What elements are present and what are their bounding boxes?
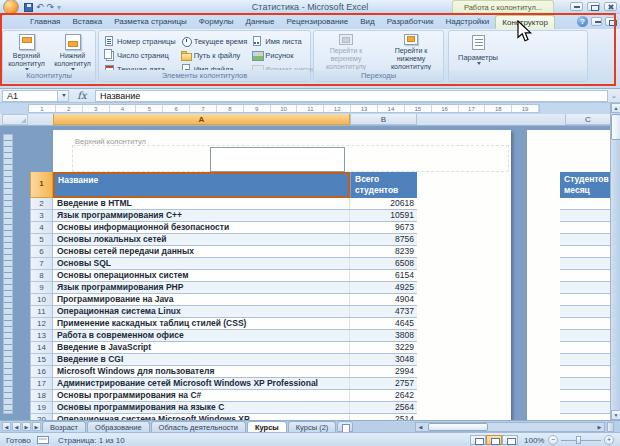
ribbon-tab[interactable]: Разработчик: [381, 15, 440, 29]
course-name-cell[interactable]: Введение в CGI: [53, 354, 350, 365]
zoom-level[interactable]: 100%: [524, 436, 544, 445]
row-header[interactable]: 4: [30, 222, 53, 234]
students-count-cell[interactable]: 4904: [350, 294, 417, 305]
workbook-minimize-button[interactable]: [591, 17, 602, 26]
formula-input[interactable]: Название: [95, 90, 608, 102]
ribbon-tab[interactable]: Рецензирование: [280, 15, 354, 29]
students-count-cell[interactable]: 6154: [350, 270, 417, 281]
workbook-restore-button[interactable]: [605, 17, 616, 26]
course-name-cell[interactable]: Администрирование сетей Microsoft Window…: [53, 378, 350, 389]
scroll-right-icon[interactable]: ▶: [595, 424, 604, 431]
vertical-scrollbar[interactable]: ▲ ▼: [610, 103, 620, 420]
course-name-cell[interactable]: Основы локальных сетей: [53, 234, 350, 245]
horizontal-scroll-thumb[interactable]: [428, 423, 488, 431]
course-name-cell[interactable]: Microsoft Windows для пользователя: [53, 366, 350, 377]
row-header[interactable]: 16: [30, 366, 53, 378]
help-icon[interactable]: ?: [577, 16, 588, 27]
expand-formula-bar-icon[interactable]: ⌄: [608, 92, 620, 100]
row-header[interactable]: 7: [30, 258, 53, 270]
students-count-cell[interactable]: 3229: [350, 342, 417, 353]
zoom-track[interactable]: [561, 440, 601, 441]
scroll-up-icon[interactable]: ▲: [611, 103, 620, 113]
course-name-cell[interactable]: Работа в современном офисе: [53, 330, 350, 341]
ribbon-tab[interactable]: Надстройки: [439, 15, 495, 29]
students-count-cell[interactable]: 8239: [350, 246, 417, 257]
row-header[interactable]: 8: [30, 270, 53, 282]
column-header-c[interactable]: C: [565, 114, 611, 125]
ribbon-tab[interactable]: Вставка: [66, 15, 108, 29]
scroll-left-icon[interactable]: ◀: [416, 424, 425, 431]
course-name-cell[interactable]: Программирование на Java: [53, 294, 350, 305]
row-header[interactable]: 14: [30, 342, 53, 354]
students-count-cell[interactable]: 3808: [350, 330, 417, 341]
last-sheet-icon[interactable]: ▶: [32, 422, 41, 431]
row-header[interactable]: 9: [30, 282, 53, 294]
students-count-cell[interactable]: 2757: [350, 378, 417, 389]
row-header[interactable]: 19: [30, 402, 53, 414]
macro-record-icon[interactable]: [37, 436, 49, 444]
restore-button[interactable]: [587, 2, 600, 11]
course-name-cell[interactable]: Основы сетей передачи данных: [53, 246, 350, 257]
course-name-cell[interactable]: Основы программирования на языке C: [53, 402, 350, 413]
page-break-view-button[interactable]: [502, 435, 518, 445]
course-name-cell[interactable]: Основы SQL: [53, 258, 350, 269]
horizontal-scrollbar[interactable]: ◀ ▶: [415, 422, 605, 432]
name-box-dropdown[interactable]: [58, 90, 69, 102]
row-header[interactable]: 10: [30, 294, 53, 306]
row-header[interactable]: 11: [30, 306, 53, 318]
select-all-button[interactable]: [2, 114, 28, 125]
ribbon-tab[interactable]: Данные: [240, 15, 281, 29]
row-header[interactable]: 12: [30, 318, 53, 330]
students-count-cell[interactable]: 2994: [350, 366, 417, 377]
goto-header-button[interactable]: Перейти к верхнему колонтитулу: [315, 33, 377, 71]
students-count-cell[interactable]: 4737: [350, 306, 417, 317]
ribbon-tab[interactable]: Конструктор: [495, 15, 555, 29]
sheet-tab[interactable]: Возраст: [42, 421, 86, 432]
ribbon-tab[interactable]: Формулы: [193, 15, 240, 29]
sheet-tab[interactable]: Курсы: [247, 421, 287, 432]
row-header[interactable]: 6: [30, 246, 53, 258]
page-layout-view-button[interactable]: [486, 435, 502, 445]
students-count-cell[interactable]: 8756: [350, 234, 417, 245]
prev-sheet-icon[interactable]: ◀: [12, 422, 21, 431]
first-sheet-icon[interactable]: ◀: [2, 422, 11, 431]
options-button[interactable]: Параметры: [455, 33, 501, 75]
footer-button[interactable]: Нижний колонтитул: [50, 33, 95, 71]
students-count-cell[interactable]: 10591: [350, 210, 417, 221]
ribbon-tab[interactable]: Разметка страницы: [108, 15, 193, 29]
element-button[interactable]: Число страниц: [104, 48, 181, 62]
course-name-cell[interactable]: Основы информационной безопасности: [53, 222, 350, 233]
close-button[interactable]: [604, 2, 617, 11]
row-header[interactable]: 15: [30, 354, 53, 366]
row-header[interactable]: 2: [30, 198, 53, 210]
students-count-cell[interactable]: 4645: [350, 318, 417, 329]
minimize-button[interactable]: [570, 2, 583, 11]
center-header-box[interactable]: [210, 147, 345, 172]
vertical-scroll-thumb[interactable]: [611, 114, 620, 140]
goto-footer-button[interactable]: Перейти к нижнему колонтитулу: [380, 33, 442, 71]
insert-function-icon[interactable]: fx: [69, 90, 95, 101]
row-header[interactable]: 18: [30, 390, 53, 402]
course-name-cell[interactable]: Основы операционных систем: [53, 270, 350, 281]
name-box[interactable]: A1: [2, 90, 58, 102]
zoom-thumb[interactable]: [576, 436, 581, 444]
course-name-cell[interactable]: Язык программирования PHP: [53, 282, 350, 293]
students-count-cell[interactable]: 3048: [350, 354, 417, 365]
course-name-cell[interactable]: Основы программирования на C#: [53, 390, 350, 401]
row-header[interactable]: 3: [30, 210, 53, 222]
course-name-cell[interactable]: Применение каскадных таблиц стилей (CSS): [53, 318, 350, 329]
cell-b1[interactable]: Всего студентов: [350, 172, 417, 198]
course-name-cell[interactable]: Язык программирования C++: [53, 210, 350, 221]
course-name-cell[interactable]: Операционная система Linux: [53, 306, 350, 317]
students-count-cell[interactable]: 6508: [350, 258, 417, 269]
students-count-cell[interactable]: 2564: [350, 402, 417, 413]
row-header[interactable]: 1: [30, 172, 53, 198]
next-sheet-icon[interactable]: ▶: [22, 422, 31, 431]
ribbon-tab[interactable]: Главная: [24, 15, 66, 29]
element-button[interactable]: Текущее время: [181, 34, 253, 48]
zoom-out-button[interactable]: −: [548, 435, 558, 445]
normal-view-button[interactable]: [470, 435, 486, 445]
row-header[interactable]: 17: [30, 378, 53, 390]
course-name-cell[interactable]: Введение в HTML: [53, 198, 350, 209]
students-count-cell[interactable]: 20618: [350, 198, 417, 209]
